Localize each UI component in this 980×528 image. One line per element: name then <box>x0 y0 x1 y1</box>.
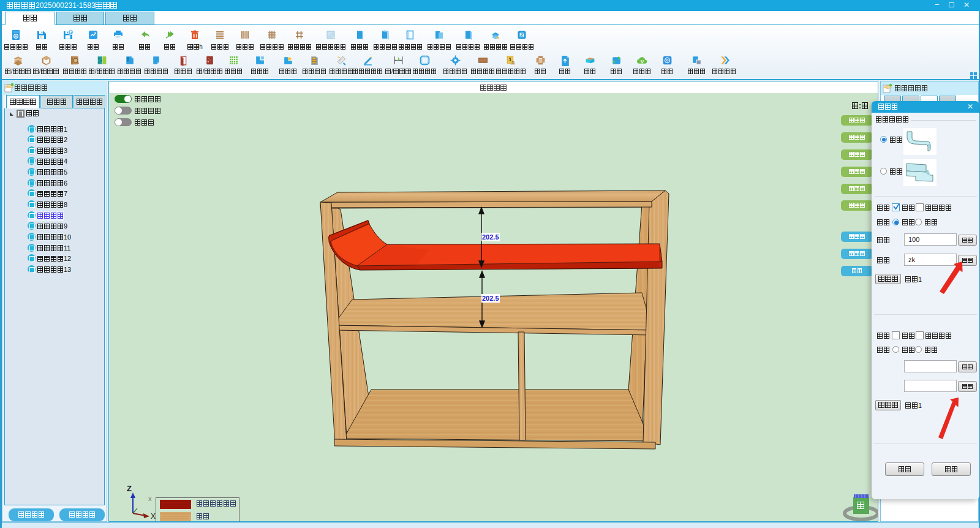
svg-text:Z: Z <box>127 484 132 493</box>
svg-text:X: X <box>151 512 156 521</box>
svg-text:202.5: 202.5 <box>482 295 499 302</box>
svg-text:202.5: 202.5 <box>482 233 499 241</box>
svg-text:x: x <box>148 495 152 502</box>
